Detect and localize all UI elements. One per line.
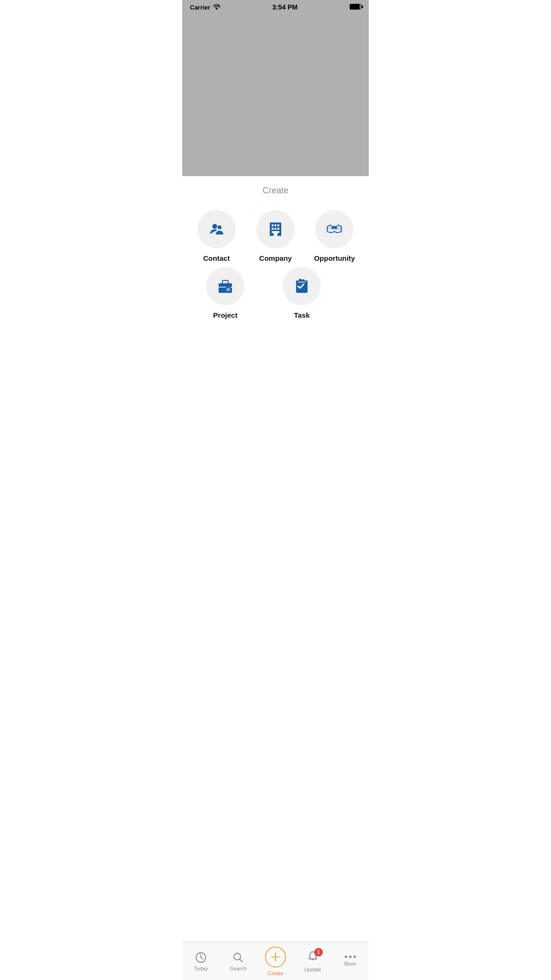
gray-overlay <box>182 13 369 176</box>
create-row-1: Contact Company <box>182 210 369 262</box>
task-icon-circle <box>283 267 321 305</box>
task-label: Task <box>294 311 309 319</box>
svg-rect-5 <box>277 224 279 226</box>
status-bar: Carrier 3:54 PM <box>182 0 369 13</box>
svg-text:⏱: ⏱ <box>226 288 230 292</box>
svg-rect-22 <box>305 278 308 280</box>
briefcase-icon: ⏱ <box>217 278 234 295</box>
svg-rect-3 <box>272 224 274 226</box>
svg-rect-21 <box>296 278 299 280</box>
status-time: 3:54 PM <box>272 3 298 11</box>
svg-rect-10 <box>277 231 279 233</box>
create-title: Create <box>182 186 369 196</box>
project-label: Project <box>213 311 238 319</box>
battery-indicator <box>350 3 361 11</box>
svg-rect-8 <box>277 228 279 230</box>
task-icon <box>293 278 310 295</box>
company-label: Company <box>259 254 292 262</box>
create-item-project[interactable]: ⏱ Project <box>201 267 249 319</box>
svg-point-1 <box>218 225 221 229</box>
create-row-2: ⏱ Project Task <box>182 267 369 319</box>
svg-rect-4 <box>275 224 276 226</box>
building-icon <box>267 221 284 238</box>
handshake-icon <box>326 221 343 238</box>
wifi-icon <box>213 4 220 11</box>
carrier-text: Carrier <box>190 4 210 11</box>
opportunity-label: Opportunity <box>314 254 355 262</box>
carrier-info: Carrier <box>190 4 220 11</box>
svg-rect-11 <box>274 231 277 236</box>
project-icon-circle: ⏱ <box>206 267 244 305</box>
users-icon <box>208 221 225 238</box>
create-item-contact[interactable]: Contact <box>193 210 241 262</box>
svg-rect-6 <box>272 228 274 230</box>
contact-label: Contact <box>203 254 230 262</box>
svg-rect-19 <box>298 281 306 283</box>
svg-point-0 <box>212 224 217 229</box>
company-icon-circle <box>256 210 295 248</box>
create-section: Create Contact <box>182 176 369 324</box>
create-item-task[interactable]: Task <box>278 267 326 319</box>
svg-rect-7 <box>275 228 276 230</box>
opportunity-icon-circle <box>315 210 353 248</box>
create-item-opportunity[interactable]: Opportunity <box>310 210 358 262</box>
contact-icon-circle <box>198 210 236 248</box>
create-item-company[interactable]: Company <box>252 210 299 262</box>
svg-rect-9 <box>272 231 274 233</box>
